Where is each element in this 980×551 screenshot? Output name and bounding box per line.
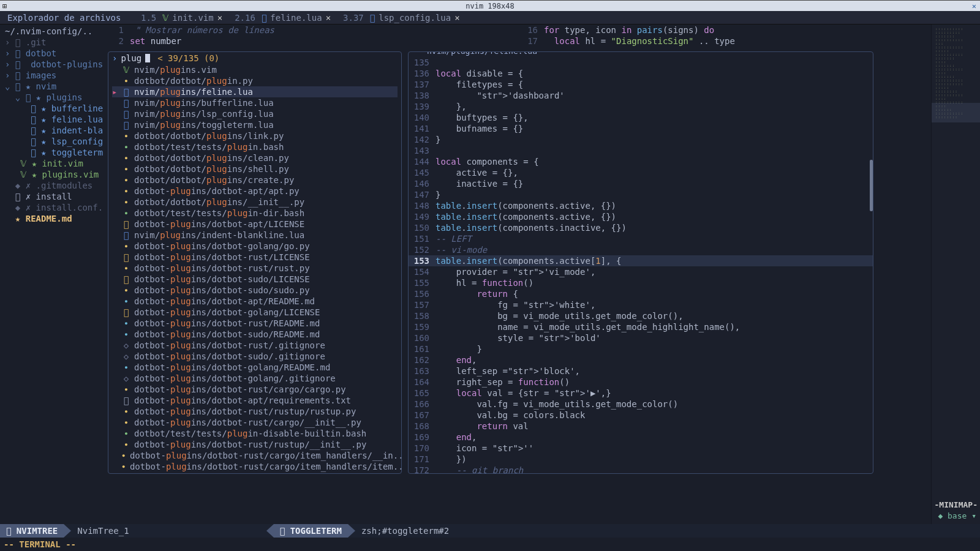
code-line: 157 fg = "str">'white', — [409, 299, 873, 310]
buffer-init-vim[interactable]: 1 " Mostrar números de líneas 2set numbe… — [103, 24, 517, 50]
tab-feline-lua[interactable]: 2.16 󰢱feline.lua × — [228, 11, 337, 24]
tree-item[interactable]: 󰢱 ★ indent-blan — [5, 125, 103, 136]
result-item[interactable]: ∙dotbot/test/tests/plugin-dir.bash — [112, 208, 398, 219]
tree-item[interactable]: ⌄ 󰉋 ★ nvim — [5, 81, 103, 92]
filetype-icon: ∙ — [122, 263, 130, 274]
close-icon[interactable]: ✕ — [972, 2, 976, 10]
tree-item[interactable]: 󰢱 ★ feline.lua — [5, 114, 103, 125]
code-line: 142} — [409, 134, 873, 145]
telescope-prompt[interactable]: › plug < 39/135 (0) — [108, 52, 401, 64]
tree-item[interactable]: 𝕍 ★ init.vim — [5, 158, 103, 169]
result-item[interactable]: 󰿃dotbot-plugins/dotbot-apt/LICENSE — [112, 219, 398, 230]
result-item[interactable]: ∙dotbot-plugins/dotbot-rust/rust.py — [112, 263, 398, 274]
result-item[interactable]: 󰢱nvim/plugins/toggleterm.lua — [112, 119, 398, 130]
result-item[interactable]: ∙dotbot-plugins/dotbot-rust/cargo/item_h… — [112, 461, 398, 472]
result-item[interactable]: 𝕍nvim/plugins.vim — [112, 64, 398, 75]
search-query: plug — [121, 53, 141, 63]
filetype-icon: ◇ — [122, 351, 130, 362]
scrollbar-thumb[interactable] — [870, 160, 873, 211]
result-item[interactable]: 󰢱nvim/plugins/bufferline.lua — [112, 97, 398, 108]
tree-item[interactable]: ◆ ✗ install.conf.ya — [5, 202, 103, 213]
result-item[interactable]: ∙dotbot/test/tests/plugin-disable-builti… — [112, 428, 398, 439]
result-item[interactable]: ∙dotbot/test/tests/plugin.bash — [112, 141, 398, 152]
tree-item[interactable]: › 󰉋 dotbot — [5, 48, 103, 59]
tab-close-icon[interactable]: × — [217, 13, 222, 23]
code-line: 166 val.fg = vi_mode_utils.get_mode_colo… — [409, 399, 873, 410]
result-item[interactable]: ∙dotbot-plugins/dotbot-golang/go.py — [112, 241, 398, 252]
filetype-icon: 󰢱 — [122, 119, 130, 130]
result-item[interactable]: 󰿃dotbot-plugins/dotbot-rust/LICENSE — [112, 252, 398, 263]
result-item[interactable]: 󰈙dotbot-plugins/dotbot-apt/requirements.… — [112, 395, 398, 406]
result-item[interactable]: 󰢱nvim/plugins/lsp_config.lua — [112, 108, 398, 119]
result-item[interactable]: ∙dotbot-plugins/dotbot-apt/README.md — [112, 296, 398, 307]
filetype-icon: ∙ — [122, 208, 130, 219]
code-line: 158 bg = vi_mode_utils.get_mode_color(), — [409, 310, 873, 321]
result-item[interactable]: 󰢱nvim/plugins/indent-blankline.lua — [112, 230, 398, 241]
result-item[interactable]: ∙dotbot-plugins/dotbot-rust/cargo/__init… — [112, 417, 398, 428]
code-line: 163 left_sep ="str">'block', — [409, 365, 873, 377]
result-item[interactable]: 󰿃dotbot-plugins/dotbot-sudo/LICENSE — [112, 274, 398, 285]
code-line: 162 end, — [409, 354, 873, 365]
result-item[interactable]: ∙dotbot/dotbot/plugins/shell.py — [112, 163, 398, 174]
tree-item[interactable]: › 󰉋 dotbot-plugins — [5, 59, 103, 70]
code-line: 137 filetypes = { — [409, 79, 873, 90]
tab-close-icon[interactable]: × — [454, 13, 459, 23]
result-item[interactable]: ∙dotbot-plugins/dotbot-rust/rustup/__ini… — [112, 439, 398, 450]
result-item[interactable]: ∙dotbot/dotbot/plugin.py — [112, 75, 398, 86]
code-line: 144local components = { — [409, 156, 873, 167]
result-item[interactable]: ∙dotbot/dotbot/plugins/__init__.py — [112, 197, 398, 208]
filetype-icon: 󰿃 — [122, 307, 130, 318]
tree-item[interactable]: 𝕍 ★ plugins.vim — [5, 169, 103, 180]
tree-item[interactable]: 󰈙 ✗ install — [5, 191, 103, 202]
filetype-icon: ∙ — [122, 428, 130, 439]
result-item[interactable]: ∙dotbot-plugins/dotbot-rust/README.md — [112, 318, 398, 329]
tab-init-vim[interactable]: 1.5 𝕍init.vim × — [135, 11, 228, 24]
tabline: Explorador de archivos 1.5 𝕍init.vim ×2.… — [0, 11, 980, 24]
telescope-picker[interactable]: › plug < 39/135 (0) 𝕍nvim/plugins.vim ∙d… — [108, 51, 402, 474]
result-item[interactable]: ∙dotbot/dotbot/plugins/link.py — [112, 130, 398, 141]
minimap-viewport[interactable] — [932, 103, 980, 122]
code-line: 167 val.bg = colors.black — [409, 410, 873, 421]
filetype-icon: ∙ — [122, 152, 130, 163]
tree-item[interactable]: 󰢱 ★ bufferline. — [5, 103, 103, 114]
tree-item[interactable]: › 󰉋 images — [5, 70, 103, 81]
filetype-icon: 󰢱 — [122, 108, 130, 119]
result-item[interactable]: ∙dotbot/dotbot/plugins/create.py — [112, 174, 398, 186]
result-item[interactable]: 󰿃dotbot-plugins/dotbot-golang/LICENSE — [112, 307, 398, 318]
tree-item[interactable]: 󰢱 ★ lsp_config. — [5, 136, 103, 147]
filetype-icon: ∙ — [122, 296, 130, 307]
result-item[interactable]: ∙dotbot-plugins/dotbot-sudo/README.md — [112, 329, 398, 340]
code-line: 161 } — [409, 343, 873, 354]
result-item[interactable]: ∙dotbot-plugins/dotbot-golang/README.md — [112, 362, 398, 373]
result-item[interactable]: ∙dotbot/dotbot/plugins/clean.py — [112, 152, 398, 163]
code-line: 149table.insert(components.active, {}) — [409, 211, 873, 222]
result-list[interactable]: 𝕍nvim/plugins.vim ∙dotbot/dotbot/plugin.… — [108, 64, 401, 473]
code-line: 151-- LEFT — [409, 233, 873, 244]
result-item[interactable]: ◇dotbot-plugins/dotbot-sudo/.gitignore — [112, 351, 398, 362]
minimap[interactable]: :::::::::: ::::::::: ::::::: :::::::::: … — [931, 24, 980, 524]
result-item[interactable]: ◇dotbot-plugins/dotbot-rust/.gitignore — [112, 340, 398, 351]
tab-lsp_config-lua[interactable]: 3.37 󰢱lsp_config.lua × — [337, 11, 466, 24]
result-item[interactable]: ▸󰢱nvim/plugins/feline.lua — [112, 86, 398, 97]
result-item[interactable]: ∙dotbot-plugins/dotbot-apt/apt.py — [112, 186, 398, 197]
code-line: 143 — [409, 145, 873, 156]
code-line: 171 }) — [409, 454, 873, 465]
file-tree[interactable]: ~/.nvim-config/.. › 󰉋 .git› 󰉋 dotbot› 󰉋 … — [0, 24, 103, 524]
result-item[interactable]: ∙dotbot-plugins/dotbot-sudo/sudo.py — [112, 285, 398, 296]
tree-item[interactable]: ◆ ✗ .gitmodules — [5, 180, 103, 191]
lua-icon: 󰢱 — [262, 13, 266, 23]
tree-root[interactable]: ~/.nvim-config/.. — [5, 26, 103, 37]
tab-close-icon[interactable]: × — [326, 13, 331, 23]
tree-item[interactable]: › 󰉋 .git — [5, 37, 103, 48]
buffer-lsp-config[interactable]: 16for type, icon in pairs(signs) do17 lo… — [517, 24, 931, 50]
filetype-icon: 󰿃 — [122, 252, 130, 263]
tree-item[interactable]: ★ README.md — [5, 213, 103, 224]
result-item[interactable]: ◇dotbot-plugins/dotbot-golang/.gitignore — [112, 373, 398, 384]
result-item[interactable]: ∙dotbot-plugins/dotbot-rust/rustup/rustu… — [112, 406, 398, 417]
tree-item[interactable]: ⌄ 󰉋 ★ plugins — [5, 92, 103, 103]
code-line: 165 local val = {str = "str">'▶',} — [409, 388, 873, 399]
result-item[interactable]: ∙dotbot-plugins/dotbot-rust/cargo/item_h… — [112, 450, 398, 461]
result-item[interactable]: ∙dotbot-plugins/dotbot-rust/cargo/cargo.… — [112, 384, 398, 395]
tree-item[interactable]: 󰢱 ★ toggleterm. — [5, 147, 103, 158]
code-line: 147} — [409, 189, 873, 200]
